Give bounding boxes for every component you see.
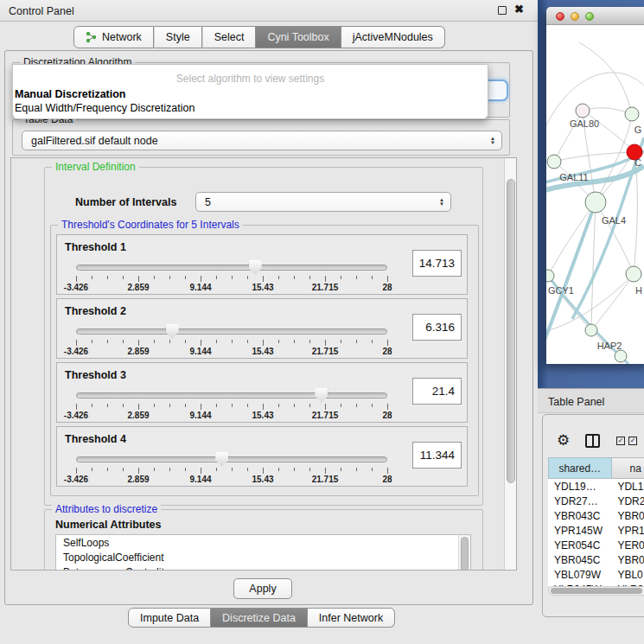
- node-bottom[interactable]: [615, 350, 627, 362]
- slider-thumb[interactable]: [166, 324, 179, 339]
- cell[interactable]: YBL079W: [548, 567, 611, 582]
- column-header-name[interactable]: na: [612, 457, 644, 479]
- cell[interactable]: YDL1: [611, 479, 644, 494]
- list-item[interactable]: BetweennessCentrality: [56, 564, 470, 571]
- split-columns-icon[interactable]: [585, 434, 600, 448]
- close-traffic-light-icon[interactable]: [556, 12, 564, 21]
- gear-icon[interactable]: ⚙: [557, 433, 570, 448]
- network-canvas[interactable]: GAL80 G C GAL11 GAL4 GCY1 H HAP2: [546, 25, 644, 364]
- zoom-traffic-light-icon[interactable]: [585, 12, 594, 21]
- numerical-attributes-list[interactable]: SelfLoops TopologicalCoefficient Between…: [55, 534, 471, 571]
- tab-impute-data[interactable]: Impute Data: [128, 608, 211, 628]
- node-table[interactable]: shared… na YDL19…YDL1 YDR27…YDR2 YBR043C…: [548, 457, 644, 586]
- tab-infer-label: Infer Network: [319, 612, 383, 624]
- apply-button[interactable]: Apply: [233, 578, 292, 599]
- popup-item-manual-discretization[interactable]: Manual Discretization: [15, 88, 126, 100]
- table-row[interactable]: YBR043CYBR0: [548, 508, 644, 523]
- slider-tick: [387, 340, 388, 346]
- number-of-intervals-spinner[interactable]: 5 ▲▼: [195, 192, 451, 212]
- tab-select[interactable]: Select: [202, 26, 257, 48]
- table-data-combobox[interactable]: galFiltered.sif default node ▲▼: [22, 131, 502, 150]
- table-row[interactable]: YER054CYER0: [548, 538, 644, 552]
- slider-tick: [92, 276, 92, 279]
- checkbox-icon[interactable]: ✓: [628, 437, 637, 445]
- checkbox-icon[interactable]: ✓: [616, 437, 625, 445]
- cell[interactable]: YBR045C: [548, 552, 611, 567]
- node-gal80[interactable]: [576, 104, 590, 118]
- table-scrollbar-thumb[interactable]: [551, 588, 642, 594]
- network-window[interactable]: GAL80 G C GAL11 GAL4 GCY1 H HAP2: [546, 7, 644, 364]
- tab-cyni-toolbox[interactable]: Cyni Toolbox: [256, 26, 341, 48]
- list-item[interactable]: TopologicalCoefficient: [56, 550, 470, 564]
- threshold-1-slider[interactable]: -3.4262.8599.14415.4321.71528: [76, 259, 387, 292]
- table-row[interactable]: YDR27…YDR2: [548, 494, 644, 508]
- float-window-icon[interactable]: [498, 6, 507, 15]
- node-gal4[interactable]: [585, 192, 606, 213]
- table-header-row: shared… na: [548, 457, 644, 479]
- slider-tick-label: 21.715: [312, 411, 339, 420]
- list-scrollbar[interactable]: [458, 535, 470, 571]
- node-top-right[interactable]: [625, 107, 639, 121]
- list-scrollbar-thumb[interactable]: [461, 537, 469, 571]
- cell[interactable]: YBR0: [611, 552, 644, 567]
- slider-tick: [123, 404, 124, 407]
- popup-item-equal-width[interactable]: Equal Width/Frequency Discretization: [15, 102, 194, 114]
- table-row[interactable]: YBL079WYBL0: [548, 567, 644, 582]
- close-icon[interactable]: ✖: [514, 3, 524, 16]
- threshold-4-value-field[interactable]: 11.344: [412, 442, 462, 469]
- top-tab-bar: Network Style Select Cyni Toolbox jActiv…: [73, 26, 445, 48]
- table-row[interactable]: YBR045CYBR0: [548, 552, 644, 567]
- cell[interactable]: YBL0: [611, 567, 644, 582]
- threshold-1-value-field[interactable]: 14.713: [412, 250, 462, 277]
- slider-thumb[interactable]: [215, 452, 228, 467]
- slider-thumb[interactable]: [249, 260, 262, 275]
- slider-thumb[interactable]: [315, 388, 328, 403]
- tab-network[interactable]: Network: [73, 26, 154, 48]
- tab-infer-network[interactable]: Infer Network: [308, 608, 395, 628]
- cell[interactable]: YER0: [611, 538, 644, 552]
- cell[interactable]: YPR145W: [548, 523, 611, 538]
- network-window-titlebar[interactable]: [546, 7, 644, 25]
- cell[interactable]: YPR1: [611, 523, 644, 538]
- tab-jactivemnodules[interactable]: jActiveMNodules: [341, 26, 445, 48]
- slider-tick: [185, 404, 186, 407]
- slider-tick: [309, 340, 310, 343]
- list-item[interactable]: SelfLoops: [56, 535, 470, 550]
- slider-tick-label: 28: [382, 347, 392, 356]
- slider-track[interactable]: [76, 456, 387, 462]
- slider-tick-label: 15.43: [252, 475, 273, 484]
- threshold-3-value-field[interactable]: 21.4: [412, 378, 462, 405]
- slider-track[interactable]: [76, 392, 387, 399]
- slider-tick-label: 15.43: [252, 411, 273, 420]
- settings-vertical-scrollbar[interactable]: [504, 158, 517, 571]
- node-gcy1[interactable]: [546, 270, 554, 282]
- cell[interactable]: YDR2: [611, 494, 644, 508]
- threshold-3-slider[interactable]: -3.4262.8599.14415.4321.71528: [76, 387, 387, 420]
- cell[interactable]: YDL19…: [548, 479, 611, 494]
- table-row[interactable]: YDL19…YDL1: [548, 479, 644, 494]
- slider-tick-label: 9.144: [189, 475, 211, 484]
- cell[interactable]: YBR0: [611, 508, 644, 523]
- slider-tick: [341, 404, 341, 407]
- slider-track[interactable]: [76, 265, 387, 271]
- settings-scrollbar-thumb[interactable]: [507, 179, 515, 483]
- minimize-traffic-light-icon[interactable]: [571, 12, 579, 21]
- cell[interactable]: YDR27…: [548, 494, 611, 508]
- tab-discretize-data[interactable]: Discretize Data: [211, 608, 308, 628]
- cell[interactable]: YBR043C: [548, 508, 611, 523]
- tab-style[interactable]: Style: [154, 26, 202, 48]
- threshold-4-slider[interactable]: -3.4262.8599.14415.4321.71528: [76, 451, 387, 484]
- column-header-shared-name[interactable]: shared…: [548, 457, 612, 479]
- slider-track[interactable]: [76, 328, 387, 335]
- threshold-2-value-field[interactable]: 6.316: [412, 314, 462, 341]
- node-h[interactable]: [626, 266, 641, 282]
- slider-tick: [247, 468, 248, 471]
- table-horizontal-scrollbar[interactable]: [548, 586, 644, 596]
- threshold-2-slider[interactable]: -3.4262.8599.14415.4321.71528: [76, 323, 387, 356]
- slider-tick: [247, 276, 248, 279]
- table-row[interactable]: YPR145WYPR1: [548, 523, 644, 538]
- cell[interactable]: YER054C: [548, 538, 611, 552]
- node-label-g: G: [634, 124, 642, 135]
- node-gal11[interactable]: [547, 155, 561, 169]
- node-hap2[interactable]: [585, 324, 597, 336]
